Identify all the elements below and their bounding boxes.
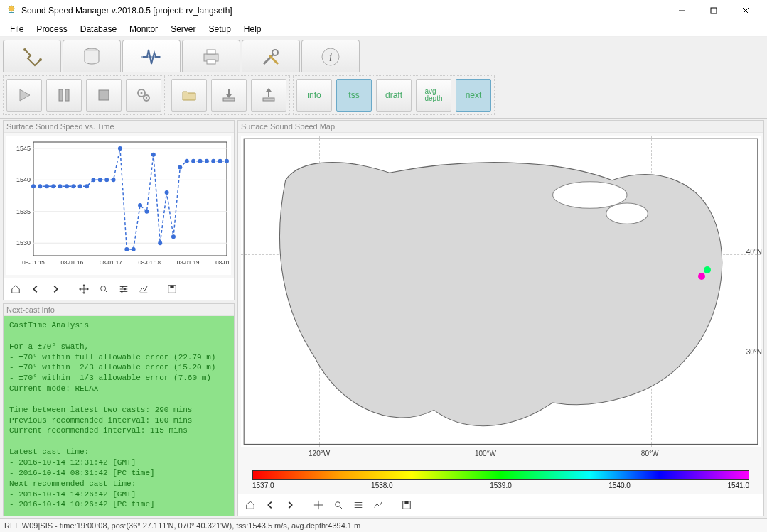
settings-button[interactable] [126, 79, 161, 112]
menu-setup[interactable]: Setup [203, 23, 236, 36]
menu-help[interactable]: Help [238, 23, 267, 36]
maximize-button[interactable] [697, 0, 729, 21]
svg-point-63 [138, 203, 142, 207]
svg-rect-26 [223, 98, 235, 101]
svg-point-50 [51, 184, 55, 188]
svg-point-60 [118, 146, 122, 151]
cb-tick-3: 1540.0 [608, 482, 631, 489]
lat-label-30n: 30°N [746, 348, 762, 356]
map-canvas[interactable]: 40°N 30°N 120°W 100°W 80°W [241, 136, 761, 447]
svg-point-14 [272, 50, 278, 55]
menu-database[interactable]: Database [75, 23, 122, 36]
play-button[interactable] [6, 79, 42, 112]
ssp-chart[interactable]: 1530153515401545 08-01 1508-01 1608-01 1… [6, 136, 231, 275]
tss-view-button[interactable]: tss [336, 79, 372, 112]
menu-monitor[interactable]: Monitor [124, 23, 163, 36]
svg-text:08-01 19: 08-01 19 [177, 259, 200, 266]
playback-group [3, 75, 165, 115]
menu-file[interactable]: File [4, 23, 29, 36]
save-icon[interactable] [163, 281, 181, 297]
pan-icon[interactable] [75, 281, 93, 297]
map-toolbar [238, 494, 763, 516]
cb-tick-4: 1541.0 [727, 482, 749, 489]
tab-monitor[interactable] [122, 40, 181, 72]
svg-point-73 [205, 159, 209, 163]
nextcast-panel-title: Next-cast Info [4, 304, 234, 316]
colorbar [252, 470, 749, 480]
svg-point-90 [121, 291, 123, 293]
info-view-button[interactable]: info [296, 79, 332, 112]
close-button[interactable] [729, 0, 761, 21]
cb-tick-0: 1537.0 [252, 482, 274, 489]
svg-point-47 [31, 184, 36, 188]
svg-text:08-01 18: 08-01 18 [138, 259, 161, 266]
svg-rect-1 [9, 12, 14, 13]
content-area: Surface Sound Speed vs. Time 15301535154… [0, 119, 767, 518]
draft-view-button[interactable]: draft [376, 79, 412, 112]
window-controls [665, 0, 761, 21]
back-icon[interactable] [26, 281, 45, 297]
svg-marker-79 [82, 284, 85, 286]
map-forward-icon[interactable] [281, 497, 299, 513]
titlebar: Sound Speed Manager v.2018.0.5 [project:… [0, 0, 767, 21]
map-save-icon[interactable] [397, 497, 416, 513]
tab-tools[interactable] [242, 40, 300, 72]
menu-process[interactable]: Process [31, 23, 73, 36]
svg-marker-82 [87, 288, 89, 291]
svg-point-64 [144, 210, 149, 214]
svg-rect-3 [711, 8, 717, 13]
svg-marker-31 [266, 88, 272, 92]
svg-text:1535: 1535 [16, 208, 31, 215]
home-icon[interactable] [6, 281, 25, 297]
map-panel: Surface Sound Speed Map 40°N 30°N [237, 120, 764, 516]
tab-print[interactable] [182, 40, 240, 72]
map-back-icon[interactable] [261, 497, 279, 513]
svg-rect-29 [263, 98, 274, 101]
minimize-button[interactable] [665, 0, 697, 21]
svg-point-53 [71, 184, 75, 188]
map-pan-icon[interactable] [309, 497, 328, 513]
svg-rect-105 [404, 501, 408, 504]
us-outline [241, 136, 761, 447]
svg-marker-28 [226, 94, 232, 98]
open-button[interactable] [171, 79, 207, 112]
menu-server[interactable]: Server [165, 23, 201, 36]
svg-point-48 [38, 184, 42, 188]
svg-point-72 [198, 159, 202, 163]
pause-button[interactable] [46, 79, 82, 112]
svg-rect-19 [59, 89, 63, 101]
svg-rect-32 [33, 142, 227, 256]
svg-point-56 [91, 178, 95, 182]
map-sliders-icon[interactable] [349, 497, 368, 513]
svg-point-66 [158, 241, 162, 245]
svg-point-71 [191, 159, 195, 163]
sliders-icon[interactable] [114, 281, 133, 297]
svg-rect-20 [65, 89, 69, 101]
next-view-button[interactable]: next [456, 79, 491, 112]
import-button[interactable] [211, 79, 247, 112]
zoom-icon[interactable] [95, 281, 113, 297]
map-zoom-icon[interactable] [329, 497, 348, 513]
colorbar-ticks: 1537.0 1538.0 1539.0 1540.0 1541.0 [238, 482, 763, 494]
nextcast-panel: Next-cast Info CastTime Analysis For a ±… [3, 303, 235, 516]
map-chart-edit-icon[interactable] [369, 497, 387, 513]
cast-marker-1 [704, 266, 711, 273]
view-group: info tss draft avg depth next [293, 75, 495, 115]
map-home-icon[interactable] [241, 497, 259, 513]
tab-profile[interactable] [3, 40, 61, 72]
export-button[interactable] [251, 79, 286, 112]
chart-edit-icon[interactable] [134, 281, 153, 297]
svg-point-96 [606, 203, 648, 224]
svg-rect-12 [207, 60, 215, 64]
tab-info[interactable]: i [301, 40, 360, 72]
svg-marker-18 [20, 89, 30, 101]
stop-button[interactable] [86, 79, 122, 112]
chart-panel-title: Surface Sound Speed vs. Time [4, 121, 234, 133]
tab-database[interactable] [63, 40, 121, 72]
avgdepth-view-button[interactable]: avg depth [416, 79, 451, 112]
forward-icon[interactable] [46, 281, 65, 297]
svg-line-84 [105, 291, 108, 293]
svg-point-55 [85, 184, 89, 188]
lon-label-120w: 120°W [309, 450, 330, 457]
io-group [168, 75, 290, 115]
